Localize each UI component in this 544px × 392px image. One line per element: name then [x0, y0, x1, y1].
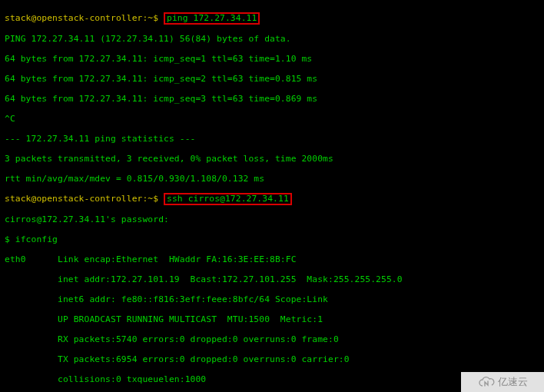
prompt-line-1: stack@openstack-controller:~$ ping 172.2… [5, 13, 539, 24]
prompt-2-prefix: stack@openstack-controller:~$ [5, 194, 164, 204]
terminal-output[interactable]: stack@openstack-controller:~$ ping 172.2… [0, 0, 544, 392]
ifconfig-eth0-l4: UP BROADCAST RUNNING MULTICAST MTU:1500 … [5, 314, 539, 324]
ping1-reply-3: 64 bytes from 172.27.34.11: icmp_seq=3 t… [5, 94, 539, 104]
ping-cmd-highlight: ping 172.27.34.11 [164, 12, 260, 25]
ping1-stats-2: rtt min/avg/max/mdev = 0.815/0.930/1.108… [5, 174, 539, 184]
ifconfig-cmd: $ ifconfig [5, 234, 539, 244]
watermark: 亿速云 [461, 372, 544, 392]
watermark-text: 亿速云 [498, 375, 528, 389]
ping1-reply-1: 64 bytes from 172.27.34.11: icmp_seq=1 t… [5, 54, 539, 64]
ping1-break: ^C [5, 114, 539, 124]
ssh-cmd-highlight: ssh cirros@172.27.34.11 [164, 193, 292, 205]
ssh-password-prompt: cirros@172.27.34.11's password: [5, 214, 539, 224]
ifconfig-eth0-l2: inet addr:172.27.101.19 Bcast:172.27.101… [5, 274, 539, 284]
ping1-header: PING 172.27.34.11 (172.27.34.11) 56(84) … [5, 34, 539, 44]
prompt-line-2: stack@openstack-controller:~$ ssh cirros… [5, 194, 539, 204]
ifconfig-eth0-l3: inet6 addr: fe80::f816:3eff:feee:8bfc/64… [5, 294, 539, 304]
ifconfig-eth0-l1: eth0 Link encap:Ethernet HWaddr FA:16:3E… [5, 254, 539, 264]
cloud-icon [478, 376, 495, 388]
ifconfig-eth0-l5: RX packets:5740 errors:0 dropped:0 overr… [5, 334, 539, 344]
ifconfig-eth0-l7: collisions:0 txqueuelen:1000 [5, 374, 539, 384]
ping1-reply-2: 64 bytes from 172.27.34.11: icmp_seq=2 t… [5, 74, 539, 84]
ping1-stats-1: 3 packets transmitted, 3 received, 0% pa… [5, 154, 539, 164]
ping1-stats-hdr: --- 172.27.34.11 ping statistics --- [5, 134, 539, 144]
ifconfig-eth0-l6: TX packets:6954 errors:0 dropped:0 overr… [5, 354, 539, 364]
prompt-1-prefix: stack@openstack-controller:~$ [5, 13, 164, 23]
